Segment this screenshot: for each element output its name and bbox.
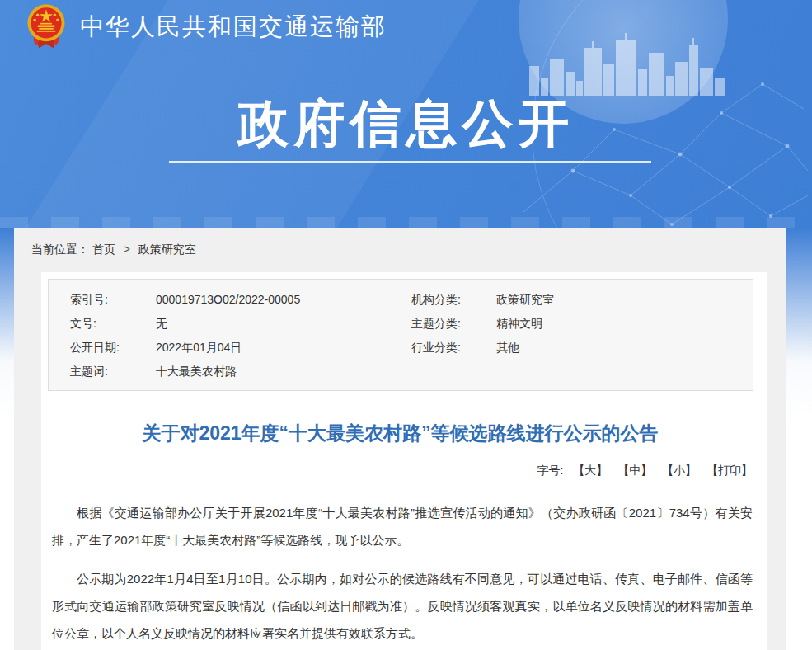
- fontsize-medium-button[interactable]: 【中】: [617, 464, 652, 477]
- fontsize-toolbar: 字号: 【大】 【中】 【小】 【打印】: [48, 464, 753, 478]
- paragraph-basis: 根据《交通运输部办公厅关于开展2021年度“十大最美农村路”推选宣传活动的通知》…: [52, 499, 753, 553]
- meta-value-date: 2022年01月04日: [156, 336, 411, 360]
- meta-row: 索引号: 000019713O02/2022-00005 机构分类: 政策研究室: [49, 288, 753, 312]
- meta-label-empty: [411, 360, 496, 384]
- breadcrumb-current-link[interactable]: 政策研究室: [138, 243, 196, 256]
- fontsize-large-button[interactable]: 【大】: [573, 464, 608, 477]
- breadcrumb-separator: >: [124, 243, 130, 256]
- site-brand[interactable]: 中华人民共和国交通运输部: [25, 3, 387, 51]
- article-body: 根据《交通运输部办公厅关于开展2021年度“十大最美农村路”推选宣传活动的通知》…: [48, 499, 753, 650]
- site-name: 中华人民共和国交通运输部: [80, 11, 387, 44]
- meta-label-date: 公开日期:: [70, 336, 156, 360]
- article-card: 索引号: 000019713O02/2022-00005 机构分类: 政策研究室…: [41, 272, 767, 650]
- national-emblem-icon: [25, 3, 68, 51]
- meta-value-empty: [496, 360, 753, 384]
- meta-value-keywords: 十大最美农村路: [156, 360, 411, 384]
- article-title: 关于对2021年度“十大最美农村路”等候选路线进行公示的公告: [48, 421, 753, 445]
- print-button[interactable]: 【打印】: [706, 464, 753, 477]
- fontsize-label: 字号:: [537, 464, 564, 477]
- content-wrapper: 当前位置： 首页 > 政策研究室 索引号: 000019713O02/2022-…: [14, 228, 786, 650]
- meta-value-docno: 无: [156, 312, 411, 336]
- page: 中华人民共和国交通运输部 政府信息公开 当前位置： 首页 > 政策研究室 索引号…: [0, 0, 812, 650]
- meta-label-industry: 行业分类:: [411, 336, 496, 360]
- meta-value-industry: 其他: [496, 336, 753, 360]
- meta-row: 公开日期: 2022年01月04日 行业分类: 其他: [49, 336, 753, 360]
- meta-label-topic: 主题分类:: [411, 312, 496, 336]
- document-meta-table: 索引号: 000019713O02/2022-00005 机构分类: 政策研究室…: [48, 279, 753, 391]
- meta-label-index: 索引号:: [70, 288, 156, 312]
- breadcrumb-home-link[interactable]: 首页: [92, 243, 115, 256]
- breadcrumb-label: 当前位置：: [31, 243, 89, 256]
- meta-value-index: 000019713O02/2022-00005: [156, 288, 411, 312]
- page-title: 政府信息公开: [0, 89, 812, 158]
- meta-value-org: 政策研究室: [496, 288, 753, 312]
- fontsize-small-button[interactable]: 【小】: [662, 464, 697, 477]
- title-divider: [48, 487, 753, 488]
- meta-row: 主题词: 十大最美农村路: [49, 360, 753, 384]
- meta-value-topic: 精神文明: [496, 312, 753, 336]
- meta-label-keywords: 主题词:: [70, 360, 156, 384]
- meta-label-org: 机构分类:: [411, 288, 496, 312]
- meta-row: 文号: 无 主题分类: 精神文明: [49, 312, 753, 336]
- breadcrumb: 当前位置： 首页 > 政策研究室: [14, 228, 786, 272]
- header-banner: 中华人民共和国交通运输部 政府信息公开: [0, 0, 812, 228]
- meta-label-docno: 文号:: [70, 312, 156, 336]
- banner-reflection-band: [0, 217, 812, 228]
- title-underline: [169, 161, 651, 162]
- paragraph-period: 公示期为2022年1月4日至1月10日。公示期内，如对公示的候选路线有不同意见，…: [52, 565, 753, 647]
